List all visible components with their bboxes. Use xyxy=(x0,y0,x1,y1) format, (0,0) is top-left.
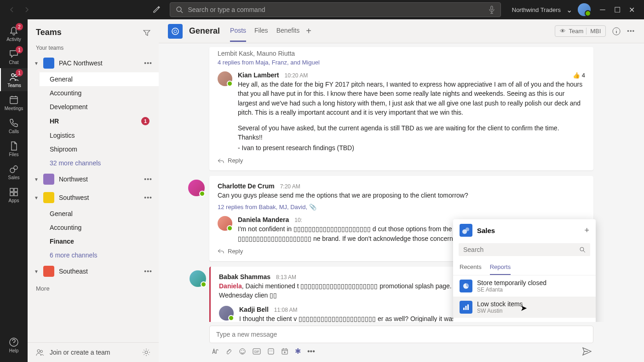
message-author[interactable]: Kadji Bell xyxy=(239,306,269,313)
channel-item[interactable]: Development xyxy=(40,100,159,114)
author-avatar[interactable] xyxy=(188,180,205,196)
rail-teams[interactable]: Teams1 xyxy=(0,68,28,91)
popup-search[interactable] xyxy=(459,243,590,256)
window-minimize[interactable]: ─ xyxy=(596,3,609,16)
team-visibility-button[interactable]: 👁 Team MBI xyxy=(555,25,606,37)
format-icon[interactable] xyxy=(211,348,218,355)
svg-point-35 xyxy=(243,350,244,351)
window-maximize[interactable]: ☐ xyxy=(611,3,624,16)
more-extensions-icon[interactable]: ••• xyxy=(307,347,315,356)
nav-back[interactable] xyxy=(6,3,18,16)
team-more-icon[interactable]: ••• xyxy=(144,268,152,275)
popup-item[interactable]: New marketing strategy updateSE Nashvill… xyxy=(453,318,596,322)
team-row[interactable]: ▼Southeast••• xyxy=(28,262,159,280)
search-input[interactable] xyxy=(188,6,484,13)
message-time: 7:20 AM xyxy=(280,183,300,190)
replies-link[interactable]: 4 replies from Maja, Franz, and Miguel xyxy=(209,57,593,68)
channel-item[interactable]: General xyxy=(40,207,159,221)
org-name[interactable]: Northwind Traders xyxy=(512,6,561,13)
author-avatar[interactable] xyxy=(190,270,206,287)
attach-icon[interactable] xyxy=(225,348,232,355)
team-more-icon[interactable]: ••• xyxy=(144,194,152,201)
reply-button[interactable]: Reply xyxy=(209,154,593,168)
message-author[interactable]: Kian Lambert xyxy=(238,71,279,79)
add-tab-button[interactable]: + xyxy=(306,26,311,36)
rail-sales[interactable]: Sales xyxy=(0,160,28,183)
meeting-icon[interactable] xyxy=(281,348,288,355)
svg-rect-9 xyxy=(10,193,13,196)
mention[interactable]: Daniela xyxy=(219,282,242,290)
more-channels[interactable]: 6 more channels xyxy=(40,248,159,262)
sticker-icon[interactable] xyxy=(267,348,275,355)
team-row[interactable]: ▼PAC Northwest••• xyxy=(28,54,159,72)
send-button[interactable] xyxy=(582,347,592,356)
replies-link[interactable]: 12 replies from Babak, MJ, David, 📎 xyxy=(209,202,593,212)
svg-rect-4 xyxy=(10,97,17,104)
team-row[interactable]: ▼Northwest••• xyxy=(28,170,159,188)
message-time: 10:20 AM xyxy=(284,72,308,79)
rail-bell[interactable]: Activity2 xyxy=(0,22,28,45)
rail-phone[interactable]: Calls xyxy=(0,114,28,137)
emoji-icon[interactable] xyxy=(239,348,246,355)
nav-forward[interactable] xyxy=(20,3,33,16)
settings-icon[interactable] xyxy=(142,348,150,356)
popup-tab-recents[interactable]: Recents xyxy=(460,260,482,275)
message-author[interactable]: Charlotte De Crum xyxy=(218,182,275,190)
channel-item[interactable]: Logistics xyxy=(40,128,159,142)
tab-benefits[interactable]: Benefits xyxy=(276,20,300,42)
global-search[interactable] xyxy=(170,2,501,17)
search-icon xyxy=(579,246,586,253)
channel-item[interactable]: HR1 xyxy=(40,114,159,128)
svg-point-16 xyxy=(174,30,177,33)
svg-point-6 xyxy=(14,166,17,169)
info-icon[interactable] xyxy=(612,27,621,35)
svg-rect-10 xyxy=(14,193,17,196)
svg-rect-7 xyxy=(10,188,13,192)
channel-item[interactable]: General xyxy=(40,72,159,86)
author-avatar[interactable] xyxy=(218,216,232,231)
rail-apps[interactable]: Apps xyxy=(0,183,28,206)
message-text: Can you guys please send me the options … xyxy=(218,191,585,200)
channel-item[interactable]: Finance xyxy=(40,234,159,248)
message-time: 10: xyxy=(294,217,302,223)
svg-rect-38 xyxy=(268,349,274,354)
mic-icon[interactable] xyxy=(489,6,495,14)
author-avatar[interactable] xyxy=(219,306,234,321)
rail-calendar[interactable]: Meetings xyxy=(0,91,28,114)
svg-rect-1 xyxy=(491,6,493,10)
popup-tab-reports[interactable]: Reports xyxy=(490,260,511,275)
popup-search-input[interactable] xyxy=(463,246,579,253)
profile-avatar[interactable] xyxy=(578,3,591,16)
window-close[interactable]: ✕ xyxy=(626,3,638,16)
compose-input[interactable] xyxy=(216,331,586,338)
more-channels[interactable]: 32 more channels xyxy=(40,156,159,170)
more-teams[interactable]: More xyxy=(28,280,159,297)
rail-file[interactable]: Files xyxy=(0,137,28,160)
popup-add-button[interactable]: + xyxy=(584,226,589,235)
rail-chat[interactable]: Chat1 xyxy=(0,45,28,68)
team-row[interactable]: ▼Southwest••• xyxy=(28,188,159,207)
sales-extension-icon[interactable]: ✱ xyxy=(295,347,301,356)
channel-item[interactable]: Accounting xyxy=(40,221,159,234)
gif-icon[interactable]: GIF xyxy=(253,348,261,355)
message-author[interactable]: Babak Shammas xyxy=(219,273,270,280)
search-icon xyxy=(176,6,183,13)
team-more-icon[interactable]: ••• xyxy=(144,59,152,67)
channel-item[interactable]: Shiproom xyxy=(40,142,159,156)
message-author[interactable]: Daniela Mandera xyxy=(238,216,289,223)
svg-point-19 xyxy=(466,228,469,231)
rail-help[interactable]: Help xyxy=(0,333,28,356)
svg-point-13 xyxy=(40,350,43,353)
reaction-thumbsup[interactable]: 👍 4 xyxy=(573,72,585,79)
more-options-icon[interactable]: ••• xyxy=(627,28,635,35)
join-team-button[interactable]: Join or create a team xyxy=(50,349,137,356)
filter-icon[interactable] xyxy=(143,29,150,36)
author-avatar[interactable] xyxy=(218,71,232,86)
tab-files[interactable]: Files xyxy=(254,20,268,42)
compose-box[interactable] xyxy=(209,326,593,343)
tab-posts[interactable]: Posts xyxy=(230,20,246,42)
popup-item[interactable]: Store temporarily closedSE Atlanta xyxy=(453,275,596,297)
channel-item[interactable]: Accounting xyxy=(40,86,159,100)
new-message-icon[interactable] xyxy=(150,3,163,16)
team-more-icon[interactable]: ••• xyxy=(144,175,152,183)
